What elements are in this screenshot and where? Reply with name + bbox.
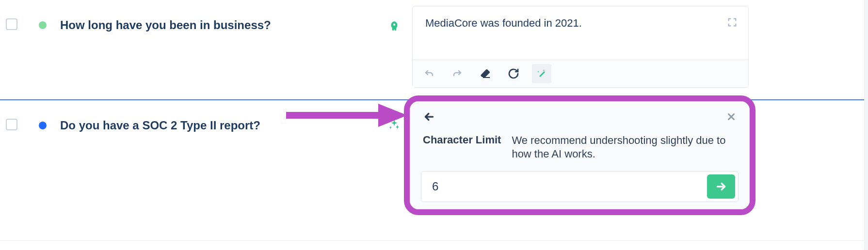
checkbox[interactable] [6, 18, 17, 30]
character-limit-popover: Character Limit We recommend undershooti… [410, 101, 750, 209]
expand-icon[interactable] [727, 17, 738, 28]
popover-hint: We recommend undershooting slightly due … [512, 134, 737, 160]
character-limit-input-row [421, 171, 739, 202]
checkbox[interactable] [6, 119, 17, 130]
character-limit-input[interactable] [421, 172, 704, 202]
status-dot [39, 122, 47, 129]
popover-title: Character Limit [423, 134, 501, 146]
answer-panel: MediaCore was founded in 2021. [412, 6, 749, 88]
status-dot [39, 21, 47, 29]
answer-toolbar [413, 60, 748, 87]
character-limit-popover-highlight: Character Limit We recommend undershooti… [404, 95, 755, 215]
undo-button[interactable] [419, 64, 439, 83]
magic-wand-button[interactable] [532, 64, 551, 83]
close-button[interactable] [724, 109, 739, 124]
submit-button[interactable] [707, 174, 735, 199]
back-button[interactable] [421, 109, 437, 125]
sparkle-icon[interactable] [388, 119, 401, 131]
redo-button[interactable] [448, 64, 467, 83]
answer-text: MediaCore was founded in 2021. [425, 17, 582, 29]
rocket-icon[interactable] [388, 20, 401, 33]
answer-editor[interactable]: MediaCore was founded in 2021. [413, 6, 748, 60]
refresh-button[interactable] [504, 64, 523, 83]
scrollbar-track[interactable] [864, 0, 868, 250]
eraser-button[interactable] [476, 64, 495, 83]
